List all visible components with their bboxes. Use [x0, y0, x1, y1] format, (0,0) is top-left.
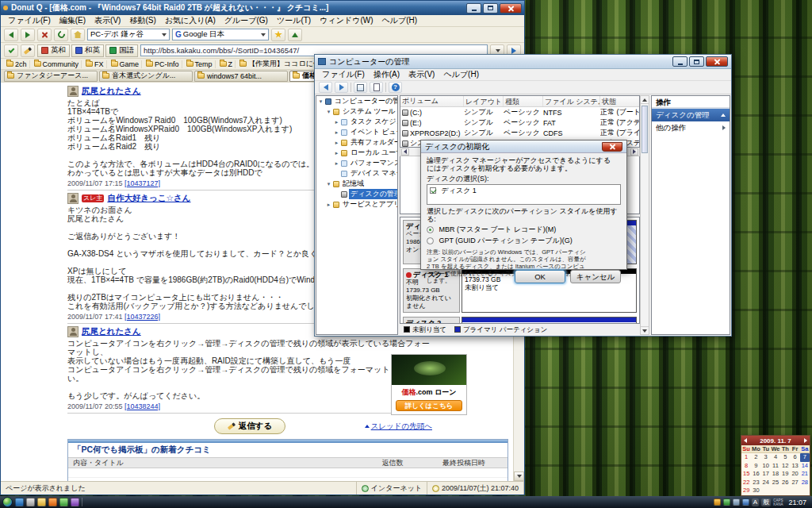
browser-tab[interactable]: 音木選式シングル... [99, 71, 193, 82]
scroll-right-button[interactable] [630, 148, 638, 156]
disk2-partition-bar[interactable] [462, 317, 637, 324]
calendar-cell[interactable]: 7 [800, 453, 810, 461]
edit-button[interactable] [21, 44, 35, 57]
column-header[interactable]: 種類 [504, 96, 543, 106]
dictionary-button[interactable]: 国語 [105, 44, 138, 57]
link-bar-item[interactable]: Temp [184, 60, 216, 68]
calendar-cell[interactable]: 28 [800, 479, 810, 487]
browser-tab[interactable]: ファンタジーアース... [4, 71, 98, 82]
next-month-icon[interactable] [804, 438, 807, 443]
column-header[interactable]: 内容・タイトル [68, 458, 365, 468]
calendar-cell[interactable]: 11 [771, 462, 780, 470]
antivirus-tray-icon[interactable] [714, 498, 721, 506]
taskbar-clock[interactable]: 21:07 [785, 498, 810, 506]
calendar-cell[interactable] [771, 487, 780, 495]
disk1-checkbox[interactable] [430, 187, 436, 194]
calendar-cell[interactable] [780, 487, 790, 495]
forward-button[interactable] [335, 82, 348, 93]
link-bar-item[interactable]: Community [32, 60, 82, 68]
tree-expander[interactable]: ▸ [334, 160, 339, 167]
menu-item[interactable]: 表示(V) [404, 69, 439, 80]
close-button[interactable] [706, 56, 728, 67]
calendar-cell[interactable]: 15 [741, 470, 751, 478]
tree-item[interactable]: ▾ システム ツール [316, 106, 397, 117]
volume-tray-icon[interactable] [733, 498, 740, 506]
refresh-button[interactable] [54, 29, 68, 41]
post-author-link[interactable]: 尻尾とれたさん [82, 326, 141, 337]
action-disk-management[interactable]: ディスクの管理 [652, 109, 730, 121]
back-button[interactable] [319, 82, 332, 93]
tree-item[interactable]: ▾ コンピューターの管理 (ローカル) [316, 96, 397, 106]
calendar-cell[interactable]: 5 [780, 453, 790, 461]
tree-item[interactable]: ▸ サービスとアプリケーション [316, 199, 397, 210]
calendar-cell[interactable]: Sa [800, 445, 810, 453]
calendar-cell[interactable]: 26 [780, 479, 790, 487]
menu-item[interactable]: お気に入り(A) [161, 15, 220, 26]
mbr-option[interactable]: MBR (マスター ブート レコード)(M) [427, 225, 621, 234]
menu-item[interactable]: グループ(G) [220, 15, 272, 26]
link-bar-item[interactable]: 2ch [4, 60, 30, 68]
tree-item[interactable]: ▾ 記憶域 [316, 179, 397, 189]
tree-item[interactable]: ▸ イベント ビューアー [316, 127, 397, 137]
minimize-button[interactable] [466, 3, 481, 13]
home-button[interactable] [71, 29, 85, 41]
ime-input-mode[interactable]: A [752, 498, 759, 506]
profile-select[interactable]: PC-デポ 鎌ヶ谷 [87, 29, 170, 40]
favorites-button[interactable] [271, 29, 285, 41]
tree-expander[interactable]: ▸ [334, 140, 339, 146]
link-bar-item[interactable]: Game [109, 60, 143, 68]
stop-button[interactable] [37, 29, 52, 41]
dictionary-button[interactable]: 和英 [71, 44, 104, 57]
post-id-link[interactable]: [10437226] [124, 313, 160, 321]
calendar-cell[interactable]: 14 [800, 462, 810, 470]
action-more-actions[interactable]: 他の操作 [652, 121, 730, 134]
volume-row[interactable]: XPPROSP2(D:) シンプル ベーシック CDFS 正常 (プライマリ パ… [400, 128, 639, 138]
calendar-cell[interactable] [790, 487, 799, 495]
calendar-cell[interactable]: 19 [780, 470, 790, 478]
browser-titlebar[interactable]: Donut Q - [価格.com - 『Windows7 64bit Raid… [1, 1, 524, 15]
calendar-cell[interactable]: 29 [741, 487, 751, 495]
mgmt-titlebar[interactable]: コンピューターの管理 [315, 55, 731, 69]
volume-row[interactable]: (C:) シンプル ベーシック NTFS 正常 (ブート、ページ ファイル、クラ… [400, 107, 639, 117]
back-button[interactable] [4, 29, 18, 41]
tree-item[interactable]: ▸ ローカル ユーザーとグループ [316, 148, 397, 158]
gpt-radio[interactable] [427, 237, 434, 244]
menu-item[interactable]: 編集(E) [56, 15, 90, 26]
mbr-radio[interactable] [427, 226, 434, 233]
mail-shortcut-icon[interactable] [59, 498, 68, 506]
reply-button[interactable]: 返信する [214, 418, 286, 434]
maximize-button[interactable] [689, 56, 704, 67]
dialog-titlebar[interactable]: ディスクの初期化 [421, 140, 626, 153]
calendar-cell[interactable]: 10 [761, 462, 771, 470]
calendar-cell[interactable]: 2 [751, 453, 760, 461]
internet-explorer-icon[interactable] [15, 498, 24, 506]
tree-item[interactable]: ▸ タスク スケジューラ [316, 117, 397, 127]
menu-item[interactable]: 操作(A) [370, 69, 404, 80]
calendar-cell[interactable]: 1 [741, 453, 751, 461]
disk-select-list[interactable]: ディスク 1 [427, 184, 621, 205]
gpt-option[interactable]: GPT (GUID パーティション テーブル)(G) [427, 237, 621, 245]
calendar-cell[interactable]: 27 [790, 479, 799, 487]
tree-expander[interactable]: ▾ [326, 109, 331, 115]
scroll-up-button[interactable] [641, 96, 649, 104]
calendar-cell[interactable]: 16 [751, 470, 760, 478]
menu-item[interactable]: ファイル(F) [4, 15, 55, 26]
ad-detail-button[interactable]: 詳しくはこちら [396, 400, 462, 411]
tree-expander[interactable]: ▾ [326, 181, 331, 187]
update-tray-icon[interactable] [723, 498, 730, 506]
calendar-cell[interactable] [761, 487, 771, 495]
thread-top-link[interactable]: スレッドの先頭へ [365, 421, 432, 432]
ad-banner[interactable]: 価格.com ローン 詳しくはこちら [391, 354, 467, 415]
post-author-link[interactable]: 自作大好きっこ☆さん [107, 193, 190, 204]
calendar-cell[interactable]: 18 [771, 470, 780, 478]
scroll-down-button[interactable] [514, 471, 524, 481]
calendar-cell[interactable]: 23 [751, 479, 760, 487]
close-button[interactable] [602, 142, 622, 152]
minimize-button[interactable] [672, 56, 688, 67]
messenger-icon[interactable] [71, 498, 79, 506]
tree-expander[interactable]: ▸ [334, 119, 339, 125]
search-input[interactable]: G Google 日本 [172, 29, 269, 40]
ime-conversion-mode[interactable]: 般 [761, 498, 771, 506]
link-bar-item[interactable]: PC-Info [144, 60, 182, 68]
calendar-cell[interactable]: 25 [771, 479, 780, 487]
